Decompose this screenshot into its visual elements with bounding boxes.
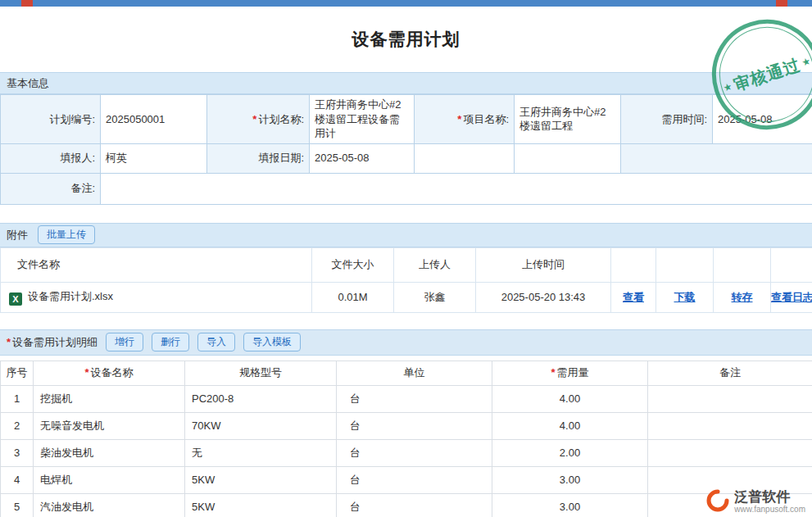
- cell-equipment-name[interactable]: 挖掘机: [34, 385, 185, 412]
- delete-row-button[interactable]: 删行: [152, 333, 189, 351]
- cell-remark[interactable]: [648, 385, 812, 412]
- detail-row: 2 无噪音发电机 70KW 台 4.00: [1, 412, 812, 439]
- cell-qty[interactable]: 3.00: [492, 493, 648, 517]
- cell-model[interactable]: 5KW: [185, 493, 337, 517]
- project-name-label: *项目名称:: [415, 95, 515, 144]
- reporter-value: 柯英: [101, 143, 207, 173]
- cell-model[interactable]: 无: [185, 439, 337, 466]
- remark-value: [101, 173, 812, 204]
- cell-model[interactable]: 5KW: [185, 466, 337, 493]
- red-accent-icon: [21, 0, 33, 7]
- plan-name-label: *计划名称:: [207, 95, 310, 144]
- plan-no-label: 计划编号:: [1, 95, 101, 144]
- empty-cell: [515, 143, 621, 173]
- required-mark: *: [84, 366, 88, 379]
- cell-qty[interactable]: 4.00: [492, 385, 648, 412]
- attachment-uploader: 张鑫: [394, 282, 476, 312]
- page-title: 设备需用计划: [352, 28, 460, 51]
- attachment-row: 设备需用计划.xlsx 0.01M 张鑫 2025-05-20 13:43 查看…: [1, 282, 812, 312]
- col-equipment-name: *设备名称: [34, 361, 185, 385]
- reporter-label: 填报人:: [1, 143, 101, 173]
- cell-seq: 3: [1, 439, 34, 466]
- cell-seq: 4: [1, 466, 34, 493]
- cell-model[interactable]: PC200-8: [185, 385, 337, 412]
- empty-cell: [415, 143, 515, 173]
- report-date-value: 2025-05-08: [310, 143, 415, 173]
- download-link[interactable]: 下载: [674, 291, 696, 303]
- col-action: [611, 247, 656, 282]
- cell-model[interactable]: 70KW: [185, 412, 337, 439]
- col-file-size: 文件大小: [312, 247, 394, 282]
- need-time-value: 2025-05-08: [713, 95, 812, 144]
- required-mark: *: [551, 366, 555, 379]
- col-qty: *需用量: [492, 361, 648, 385]
- cell-equipment-name[interactable]: 汽油发电机: [34, 493, 185, 517]
- cell-unit[interactable]: 台: [337, 493, 492, 517]
- detail-row: 1 挖掘机 PC200-8 台 4.00: [1, 385, 812, 412]
- detail-section-header: * 设备需用计划明细 增行 删行 导入 导入模板: [0, 329, 812, 356]
- view-link[interactable]: 查看: [623, 291, 644, 303]
- col-model: 规格型号: [185, 361, 337, 385]
- need-time-label: 需用时间:: [621, 95, 713, 144]
- detail-row: 4 电焊机 5KW 台 3.00: [1, 466, 812, 493]
- cell-qty[interactable]: 3.00: [492, 466, 648, 493]
- plan-no-value: 2025050001: [101, 95, 207, 144]
- remark-label: 备注:: [1, 173, 101, 204]
- report-date-label: 填报日期:: [207, 143, 310, 173]
- attachment-file-name: 设备需用计划.xlsx: [1, 282, 312, 312]
- title-bar: 设备需用计划: [0, 7, 812, 72]
- empty-label-cell: [621, 143, 812, 173]
- detail-row: 5 汽油发电机 5KW 台 3.00: [1, 493, 812, 517]
- cell-unit[interactable]: 台: [337, 412, 492, 439]
- col-uploader: 上传人: [394, 247, 476, 282]
- cell-equipment-name[interactable]: 柴油发电机: [34, 439, 185, 466]
- view-log-link[interactable]: 查看日志: [771, 291, 812, 303]
- import-button[interactable]: 导入: [197, 333, 235, 351]
- add-row-button[interactable]: 增行: [106, 333, 143, 351]
- cell-remark[interactable]: [648, 439, 812, 466]
- top-bar: [0, 0, 812, 7]
- cell-seq: 5: [1, 493, 34, 517]
- cell-equipment-name[interactable]: 电焊机: [34, 466, 185, 493]
- batch-upload-button[interactable]: 批量上传: [38, 225, 95, 243]
- cell-seq: 1: [1, 385, 34, 412]
- basic-info-table: 计划编号: 2025050001 *计划名称: 王府井商务中心#2楼遗留工程设备…: [0, 94, 812, 205]
- attachments-table: 文件名称 文件大小 上传人 上传时间 设备需用计划.xlsx 0.01M 张鑫 …: [0, 247, 812, 313]
- col-action: [656, 247, 714, 282]
- col-seq: 序号: [1, 361, 34, 385]
- attachment-file-size: 0.01M: [312, 282, 394, 312]
- detail-row: 3 柴油发电机 无 台 2.00: [1, 439, 812, 466]
- attachments-header-row: 文件名称 文件大小 上传人 上传时间: [1, 247, 812, 282]
- col-action: [714, 247, 771, 282]
- required-mark: *: [252, 113, 256, 125]
- cell-remark[interactable]: [648, 412, 812, 439]
- cell-remark[interactable]: [648, 466, 812, 493]
- detail-header-row: 序号 *设备名称 规格型号 单位 *需用量 备注: [1, 361, 812, 385]
- col-upload-time: 上传时间: [476, 247, 611, 282]
- col-remark: 备注: [648, 361, 812, 385]
- required-mark: *: [7, 336, 11, 348]
- import-template-button[interactable]: 导入模板: [243, 333, 301, 351]
- detail-table: 序号 *设备名称 规格型号 单位 *需用量 备注 1 挖掘机 PC200-8 台…: [0, 361, 812, 517]
- cell-equipment-name[interactable]: 无噪音发电机: [34, 412, 185, 439]
- red-accent-icon: [776, 0, 787, 7]
- cell-seq: 2: [1, 412, 34, 439]
- cell-unit[interactable]: 台: [337, 385, 492, 412]
- attachment-upload-time: 2025-05-20 13:43: [476, 282, 611, 312]
- attachments-section-title: 附件: [7, 228, 28, 243]
- cell-unit[interactable]: 台: [337, 466, 492, 493]
- basic-info-section-header: 基本信息: [0, 72, 812, 94]
- cell-unit[interactable]: 台: [337, 439, 492, 466]
- attachments-section-header: 附件 批量上传: [0, 223, 812, 247]
- save-as-link[interactable]: 转存: [732, 291, 753, 303]
- cell-remark[interactable]: [648, 493, 812, 517]
- col-action: [771, 247, 812, 282]
- project-name-value: 王府井商务中心#2楼遗留工程: [515, 95, 621, 144]
- basic-info-section-title: 基本信息: [7, 76, 49, 91]
- excel-file-icon: [9, 293, 22, 306]
- cell-qty[interactable]: 4.00: [492, 412, 648, 439]
- col-unit: 单位: [337, 361, 492, 385]
- cell-qty[interactable]: 2.00: [492, 439, 648, 466]
- detail-section-title: 设备需用计划明细: [12, 335, 98, 350]
- col-file-name: 文件名称: [1, 247, 312, 282]
